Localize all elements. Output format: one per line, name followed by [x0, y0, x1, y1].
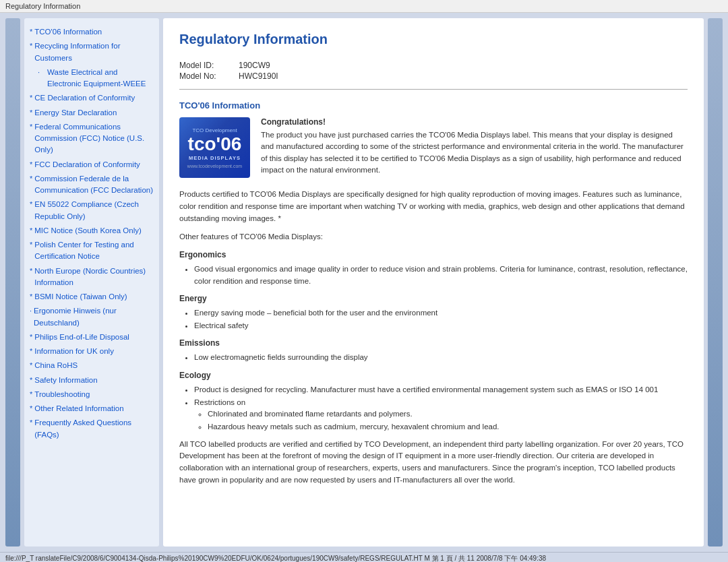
- tco-logo-url: www.tcodevelopment.com: [187, 164, 242, 168]
- model-no-value: HWC9190I: [239, 71, 688, 81]
- sidebar-link[interactable]: MIC Notice (South Korea Only): [34, 225, 142, 237]
- subsection-title-3: Ecology: [179, 371, 688, 380]
- list-item: Product is designed for recycling. Manuf…: [194, 384, 688, 396]
- sidebar-bullet: *: [30, 375, 32, 386]
- right-accent-bar: [708, 18, 723, 547]
- sidebar-link[interactable]: TCO'06 Information: [34, 26, 102, 38]
- sidebar-item: · Waste Electrical and Electronic Equipm…: [30, 67, 154, 92]
- divider: [179, 89, 688, 90]
- sidebar-item: · Ergonomie Hinweis (nur Deutschland): [30, 305, 154, 330]
- sidebar-item: * Federal Communications Commission (FCC…: [30, 121, 154, 158]
- sidebar-link[interactable]: FCC Declaration of Conformity: [34, 159, 140, 170]
- sidebar-link[interactable]: Federal Communications Commission (FCC) …: [34, 121, 154, 156]
- sidebar-bullet: *: [30, 107, 32, 119]
- sidebar-link[interactable]: Polish Center for Testing and Certificat…: [34, 239, 154, 263]
- sidebar-item: * Frequently Asked Questions (FAQs): [30, 417, 154, 442]
- sidebar-bullet: *: [30, 159, 32, 170]
- model-id-label: Model ID:: [179, 61, 233, 70]
- status-text: file:///P_T ranslateFile/C9/2008/6/C9004…: [5, 555, 546, 562]
- tco-logo-big: tco'06: [188, 135, 242, 154]
- sidebar-item: * Information for UK only: [30, 346, 154, 358]
- sidebar-item: * TCO'06 Information: [30, 26, 154, 39]
- sidebar: * TCO'06 Information* Recycling Informat…: [24, 18, 159, 547]
- subsections-container: ErgonomicsGood visual ergonomics and ima…: [179, 250, 688, 433]
- sidebar-item: * Philips End-of-Life Disposal: [30, 332, 154, 344]
- sidebar-link[interactable]: Commission Federale de la Communication …: [34, 173, 154, 197]
- sidebar-item: * Other Related Information: [30, 403, 154, 416]
- sidebar-link[interactable]: Other Related Information: [34, 403, 123, 414]
- sidebar-link[interactable]: Ergonomie Hinweis (nur Deutschland): [34, 305, 154, 329]
- model-info: Model ID: 190CW9 Model No: HWC9190I: [179, 61, 688, 81]
- sidebar-item: * Polish Center for Testing and Certific…: [30, 239, 154, 264]
- sidebar-bullet: *: [30, 173, 32, 185]
- sidebar-item: * Safety Information: [30, 375, 154, 387]
- subsection-list-3: Product is designed for recycling. Manuf…: [194, 384, 688, 433]
- sidebar-item: * Energy Star Declaration: [30, 107, 154, 120]
- sidebar-link[interactable]: Recycling Information for Customers: [34, 40, 154, 64]
- sidebar-link[interactable]: Waste Electrical and Electronic Equipmen…: [42, 67, 154, 90]
- subsection-list-1: Energy saving mode – beneficial both for…: [194, 307, 688, 332]
- sidebar-link[interactable]: Philips End-of-Life Disposal: [34, 332, 129, 343]
- closing-para: All TCO labelled products are verified a…: [179, 439, 688, 487]
- sidebar-link[interactable]: China RoHS: [34, 360, 78, 371]
- content-area: Regulatory Information Model ID: 190CW9 …: [163, 18, 704, 547]
- sidebar-item: * MIC Notice (South Korea Only): [30, 225, 154, 238]
- sidebar-bullet: *: [30, 266, 32, 277]
- list-item: Good visual ergonomics and image quality…: [194, 263, 688, 287]
- sidebar-bullet: *: [30, 92, 32, 104]
- sidebar-link[interactable]: BSMI Notice (Taiwan Only): [34, 291, 127, 303]
- sidebar-bullet: *: [30, 121, 32, 133]
- sidebar-item: * Troubleshooting: [30, 389, 154, 402]
- tco-logo: TCO Development tco'06 MEDIA DISPLAYS ww…: [179, 117, 250, 178]
- sidebar-item: * North Europe (Nordic Countries) Inform…: [30, 266, 154, 290]
- subsection-title-0: Ergonomics: [179, 250, 688, 259]
- sidebar-bullet: *: [30, 40, 32, 52]
- sidebar-bullet: *: [30, 346, 32, 357]
- sidebar-link[interactable]: Safety Information: [34, 375, 97, 386]
- sidebar-item: * EN 55022 Compliance (Czech Republic On…: [30, 199, 154, 224]
- sub-list-item: Hazardous heavy metals such as cadmium, …: [208, 421, 688, 433]
- list-item: Low electromagnetic fields surrounding t…: [194, 352, 688, 363]
- sidebar-bullet: *: [30, 360, 32, 371]
- sidebar-link[interactable]: EN 55022 Compliance (Czech Republic Only…: [34, 199, 154, 222]
- sidebar-bullet: *: [30, 332, 32, 343]
- page-title: Regulatory Information: [179, 32, 688, 50]
- sidebar-bullet: *: [30, 403, 32, 414]
- subsection-title-1: Energy: [179, 294, 688, 303]
- para1: Products certified to TCO'06 Media Displ…: [179, 189, 688, 224]
- sidebar-bullet: *: [30, 225, 32, 237]
- title-bar: Regulatory Information: [0, 0, 728, 13]
- sidebar-bullet: *: [30, 199, 32, 210]
- left-accent-bar: [5, 18, 20, 547]
- subsection-list-2: Low electromagnetic fields surrounding t…: [194, 352, 688, 363]
- sidebar-link[interactable]: North Europe (Nordic Countries) Informat…: [34, 266, 154, 289]
- sidebar-link[interactable]: CE Declaration of Conformity: [34, 92, 135, 104]
- sidebar-item: * Commission Federale de la Communicatio…: [30, 173, 154, 198]
- sidebar-link[interactable]: Energy Star Declaration: [34, 107, 117, 119]
- tco-logo-header: TCO Development: [192, 127, 237, 133]
- sub-list-item: Chlorinated and brominated flame retarda…: [208, 408, 688, 420]
- sidebar-link[interactable]: Information for UK only: [34, 346, 114, 357]
- sidebar-item: * China RoHS: [30, 360, 154, 373]
- tco-logo-sub: MEDIA DISPLAYS: [189, 155, 241, 161]
- sidebar-item: * FCC Declaration of Conformity: [30, 159, 154, 172]
- sidebar-item: * BSMI Notice (Taiwan Only): [30, 291, 154, 304]
- sidebar-bullet: ·: [30, 305, 32, 317]
- status-bar: file:///P_T ranslateFile/C9/2008/6/C9004…: [0, 552, 728, 562]
- section-title: TCO'06 Information: [179, 100, 688, 111]
- sidebar-link[interactable]: Frequently Asked Questions (FAQs): [34, 417, 154, 441]
- sidebar-item: * Recycling Information for Customers: [30, 40, 154, 65]
- tco-box: TCO Development tco'06 MEDIA DISPLAYS ww…: [179, 117, 688, 178]
- model-no-label: Model No:: [179, 71, 233, 81]
- tco-description: Congratulations! The product you have ju…: [261, 117, 688, 178]
- sidebar-bullet: ·: [38, 67, 40, 78]
- sidebar-bullet: *: [30, 291, 32, 303]
- sidebar-item: * CE Declaration of Conformity: [30, 92, 154, 105]
- list-item: Restrictions onChlorinated and brominate…: [194, 397, 688, 433]
- sidebar-bullet: *: [30, 417, 32, 429]
- subsection-title-2: Emissions: [179, 338, 688, 348]
- congrats-title: Congratulations!: [261, 117, 688, 127]
- sidebar-link[interactable]: Troubleshooting: [34, 389, 90, 400]
- list-item: Electrical safety: [194, 320, 688, 332]
- window-title: Regulatory Information: [5, 2, 80, 10]
